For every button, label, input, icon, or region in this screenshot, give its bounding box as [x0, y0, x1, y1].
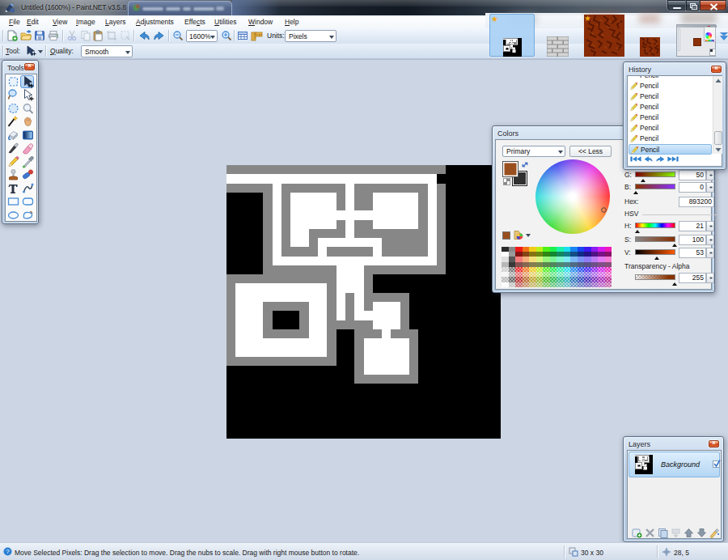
svg-text:?: ? — [6, 548, 10, 555]
